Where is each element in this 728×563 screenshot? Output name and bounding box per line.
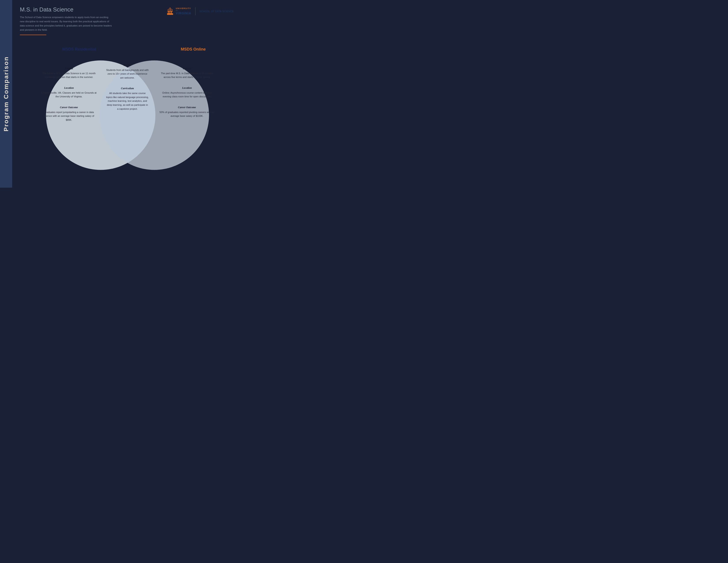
left-heading: MSDS Residential bbox=[62, 47, 96, 52]
right-career-body: 50% of graduates reported pivoting caree… bbox=[158, 110, 216, 118]
sds-logo: SCHOOL of DATA SCIENCE bbox=[195, 10, 234, 13]
right-format-block: Format The part-time M.S. in Data Scienc… bbox=[158, 67, 216, 79]
svg-rect-1 bbox=[168, 12, 169, 13]
main-content: M.S. in Data Science The School of Data … bbox=[12, 0, 243, 188]
left-location-label: Location bbox=[40, 86, 98, 90]
sidebar-label: Program Comparison bbox=[3, 56, 10, 131]
center-profile-body: Students from all backgrounds and with z… bbox=[106, 68, 149, 80]
right-format-body: The part-time M.S. in Data Science is 20… bbox=[158, 71, 216, 79]
center-curriculum-label: Curriculum bbox=[106, 87, 149, 90]
center-content: Profile Students from all backgrounds an… bbox=[106, 64, 149, 118]
sds-text: SCHOOL of DATA SCIENCE bbox=[199, 10, 234, 13]
right-career-block: Career Outcome 50% of graduates reported… bbox=[158, 106, 216, 118]
logo-area: UNIVERSITY of VIRGINIA SCHOOL of DATA SC… bbox=[166, 7, 234, 15]
right-format-label: Format bbox=[158, 67, 216, 70]
svg-rect-2 bbox=[169, 12, 170, 13]
center-curriculum-body: All students take the same course topics… bbox=[106, 91, 149, 111]
left-location-body: Charlottesville, VA; Classes are held on… bbox=[40, 91, 98, 99]
right-heading: MSDS Online bbox=[181, 47, 206, 52]
virginia-label: VIRGINIA bbox=[176, 12, 191, 15]
svg-rect-0 bbox=[167, 13, 173, 15]
venn-wrapper: MSDS Residential MSDS Online Format The … bbox=[34, 47, 221, 175]
right-location-label: Location bbox=[158, 86, 216, 90]
right-location-block: Location Online; Asynchronous course con… bbox=[158, 86, 216, 99]
venn-container: MSDS Residential MSDS Online Format The … bbox=[12, 34, 243, 188]
svg-rect-3 bbox=[171, 12, 172, 13]
left-career-block: Career Outcome Graduates report jumpstar… bbox=[40, 106, 98, 122]
header-description: The School of Data Science empowers stud… bbox=[20, 15, 113, 32]
center-curriculum-block: Curriculum All students take the same co… bbox=[106, 87, 149, 111]
header: M.S. in Data Science The School of Data … bbox=[12, 0, 243, 38]
center-profile-block: Profile Students from all backgrounds an… bbox=[106, 64, 149, 80]
left-location-block: Location Charlottesville, VA; Classes ar… bbox=[40, 86, 98, 99]
left-format-label: Format bbox=[40, 67, 98, 70]
rotunda-icon bbox=[166, 7, 174, 15]
left-career-body: Graduates report jumpstarting a career i… bbox=[40, 110, 98, 122]
sidebar: Program Comparison bbox=[0, 0, 12, 188]
svg-point-6 bbox=[169, 9, 171, 11]
right-location-body: Online; Asynchronous course content with… bbox=[158, 91, 216, 99]
left-content: Format The full-time M.S. in Data Scienc… bbox=[40, 67, 98, 129]
uva-text: UNIVERSITY of VIRGINIA bbox=[176, 8, 191, 15]
university-label: UNIVERSITY bbox=[176, 8, 191, 10]
header-left: M.S. in Data Science The School of Data … bbox=[20, 6, 113, 35]
center-profile-label: Profile bbox=[106, 64, 149, 67]
left-format-body: The full-time M.S. in Data Science is an… bbox=[40, 71, 98, 79]
page-title: M.S. in Data Science bbox=[20, 6, 113, 13]
svg-point-8 bbox=[170, 8, 171, 8]
left-format-block: Format The full-time M.S. in Data Scienc… bbox=[40, 67, 98, 79]
right-content: Format The part-time M.S. in Data Scienc… bbox=[158, 67, 216, 125]
uva-logo: UNIVERSITY of VIRGINIA bbox=[166, 7, 195, 15]
left-career-label: Career Outcome bbox=[40, 106, 98, 109]
right-career-label: Career Outcome bbox=[158, 106, 216, 109]
